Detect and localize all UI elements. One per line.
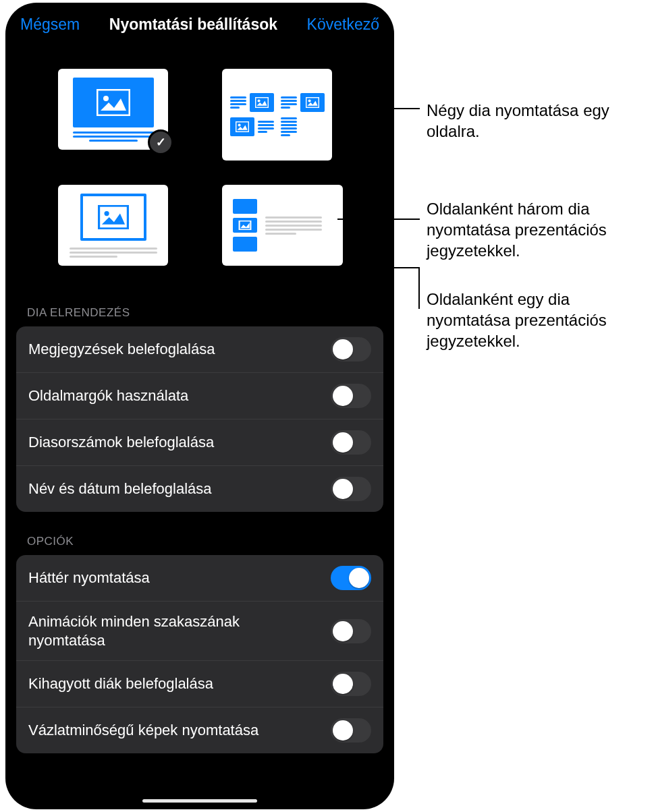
- layout-settings-list: Megjegyzések belefoglalása Oldalmargók h…: [16, 326, 383, 512]
- row-print-build-stages: Animációk minden szakaszának nyomtatása: [16, 601, 383, 660]
- toggle-print-background[interactable]: [331, 566, 371, 590]
- section-header-options: OPCIÓK: [7, 512, 393, 555]
- svg-point-9: [104, 211, 109, 216]
- layout-option-3-slides-notes[interactable]: [222, 185, 343, 266]
- toggle-draft-images[interactable]: [331, 718, 371, 743]
- toggle-slide-numbers[interactable]: [331, 430, 371, 455]
- layout-option-1-slide-notes[interactable]: [58, 185, 168, 266]
- callout-text-4up: Négy dia nyomtatása egy oldalra.: [427, 100, 643, 142]
- toggle-include-comments[interactable]: [331, 337, 371, 361]
- toggle-print-build-stages[interactable]: [331, 619, 371, 643]
- toggle-name-date[interactable]: [331, 477, 371, 501]
- callout-leader: [115, 267, 116, 295]
- page-title: Nyomtatási beállítások: [109, 16, 277, 34]
- row-draft-images: Vázlatminőségű képek nyomtatása: [16, 707, 383, 753]
- section-header-layout: DIA ELRENDEZÉS: [7, 272, 393, 326]
- svg-rect-8: [99, 205, 128, 228]
- next-button[interactable]: Következő: [307, 16, 379, 34]
- toggle-page-margins[interactable]: [331, 384, 371, 408]
- svg-point-3: [257, 100, 260, 103]
- svg-rect-4: [306, 97, 319, 107]
- label: Név és dátum belefoglalása: [28, 480, 212, 498]
- callout-leader: [337, 108, 420, 109]
- row-print-background: Háttér nyomtatása: [16, 555, 383, 601]
- svg-rect-6: [236, 121, 248, 132]
- svg-rect-0: [97, 90, 130, 115]
- layout-option-1-slide[interactable]: ✓: [58, 69, 168, 150]
- cancel-button[interactable]: Mégsem: [20, 16, 80, 34]
- svg-point-7: [238, 124, 240, 127]
- nav-bar: Mégsem Nyomtatási beállítások Következő: [7, 4, 393, 45]
- label: Vázlatminőségű képek nyomtatása: [28, 721, 258, 740]
- print-settings-panel: Mégsem Nyomtatási beállítások Következő …: [7, 4, 393, 808]
- row-include-skipped: Kihagyott diák belefoglalása: [16, 660, 383, 707]
- label: Háttér nyomtatása: [28, 569, 150, 587]
- row-include-comments: Megjegyzések belefoglalása: [16, 326, 383, 372]
- callout-leader: [115, 267, 420, 268]
- options-list: Háttér nyomtatása Animációk minden szaka…: [16, 555, 383, 753]
- callout-leader: [337, 219, 420, 220]
- row-name-date: Név és dátum belefoglalása: [16, 465, 383, 512]
- label: Megjegyzések belefoglalása: [28, 340, 215, 359]
- row-page-margins: Oldalmargók használata: [16, 372, 383, 419]
- checkmark-icon: ✓: [148, 129, 173, 155]
- toggle-include-skipped[interactable]: [331, 672, 371, 696]
- label: Animációk minden szakaszának nyomtatása: [28, 612, 298, 649]
- svg-rect-2: [255, 97, 268, 107]
- svg-point-5: [308, 100, 310, 103]
- callout-leader: [418, 267, 420, 309]
- label: Oldalmargók használata: [28, 386, 188, 405]
- layout-thumbnails: ✓: [7, 45, 393, 272]
- callout-text-1up-notes: Oldalanként egy dia nyomtatása prezentác…: [427, 289, 649, 352]
- svg-point-1: [103, 96, 109, 101]
- home-indicator: [142, 799, 257, 803]
- label: Diasorszámok belefoglalása: [28, 433, 214, 452]
- callout-text-3up-notes: Oldalanként három dia nyomtatása prezent…: [427, 198, 649, 262]
- label: Kihagyott diák belefoglalása: [28, 674, 213, 693]
- row-slide-numbers: Diasorszámok belefoglalása: [16, 419, 383, 465]
- layout-option-4-slides[interactable]: [222, 69, 332, 161]
